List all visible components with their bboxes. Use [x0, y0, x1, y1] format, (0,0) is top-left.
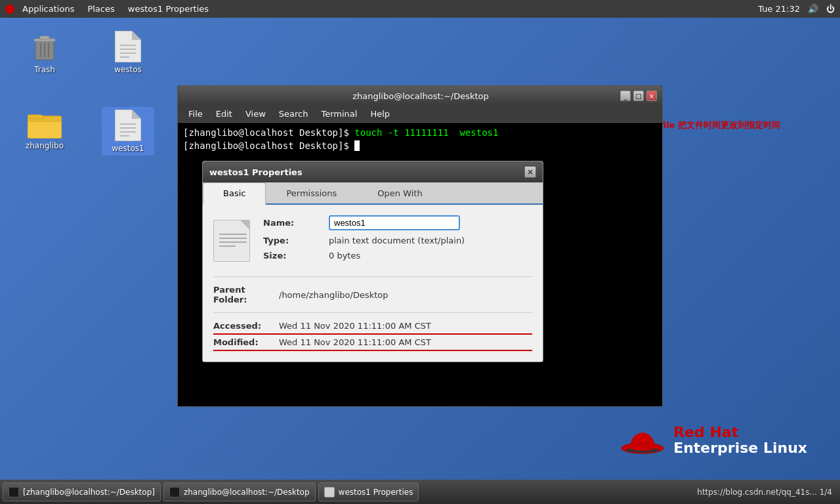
taskbar: [zhanglibo@localhost:~/Desktop] zhanglib…	[0, 480, 840, 504]
taskbar-url: https://blog.csdn.net/qq_41s... 1/4	[697, 488, 832, 497]
file-line-3	[219, 242, 247, 243]
name-field-row: Name:	[263, 215, 532, 230]
redhat-line1: Red Hat	[673, 425, 807, 440]
desktop-icon-westos1[interactable]: westos1	[102, 107, 154, 156]
modified-value: Wed 11 Nov 2020 11:11:00 AM CST	[279, 337, 431, 347]
zhanglibo-folder-icon	[28, 110, 62, 138]
westos-label: westos	[114, 65, 142, 74]
redhat-logo-container: Red Hat Enterprise Linux	[620, 421, 807, 460]
westos-file-icon	[115, 31, 141, 62]
svg-marker-15	[132, 110, 141, 119]
topbar-right: Tue 21:32 🔊 ⏻	[758, 4, 835, 14]
properties-titlebar: westos1 Properties ×	[203, 161, 543, 182]
window-title-menu[interactable]: westos1 Properties	[121, 0, 215, 18]
taskbar-term1-label: [zhanglibo@localhost:~/Desktop]	[23, 488, 155, 497]
places-menu[interactable]: Places	[81, 0, 121, 18]
name-input[interactable]	[329, 215, 460, 230]
properties-fields: Name: Type: plain text document (text/pl…	[263, 215, 532, 266]
terminal-titlebar: zhanglibo@localhost:~/Desktop _ □ ×	[178, 86, 662, 106]
type-field-row: Type: plain text document (text/plain)	[263, 236, 532, 245]
terminal-menubar: File Edit View Search Terminal Help	[178, 106, 662, 123]
redhat-line2: Enterprise Linux	[673, 440, 807, 456]
parent-value: /home/zhanglibo/Desktop	[279, 290, 388, 300]
taskbar-term2[interactable]: zhanglibo@localhost:~/Desktop	[163, 482, 316, 501]
modified-field-row: Modified: Wed 11 Nov 2020 11:11:00 AM CS…	[213, 337, 532, 351]
properties-file-icon	[213, 220, 250, 262]
terminal-close-btn[interactable]: ×	[646, 91, 657, 101]
type-value: plain text document (text/plain)	[329, 236, 465, 245]
svg-marker-14	[115, 110, 141, 141]
taskbar-right: https://blog.csdn.net/qq_41s... 1/4	[697, 488, 837, 497]
svg-marker-6	[115, 31, 141, 62]
taskbar-term2-label: zhanglibo@localhost:~/Desktop	[184, 488, 310, 497]
volume-icon[interactable]: 🔊	[808, 4, 818, 14]
taskbar-props-label: westos1 Properties	[339, 488, 413, 497]
redhat-icon	[5, 5, 14, 14]
topbar: Applications Places westos1 Properties T…	[0, 0, 840, 18]
properties-title: westos1 Properties	[209, 167, 303, 177]
westos1-file-icon	[115, 110, 141, 141]
terminal-window-buttons: _ □ ×	[619, 91, 657, 101]
properties-dialog: westos1 Properties × Basic Permissions O…	[202, 161, 543, 362]
parent-field-row: Parent Folder: /home/zhanglibo/Desktop	[213, 285, 532, 304]
desktop-icon-trash[interactable]: Trash	[18, 28, 71, 77]
type-label: Type:	[263, 236, 329, 245]
size-value: 0 bytes	[329, 251, 360, 261]
topbar-left: Applications Places westos1 Properties	[5, 0, 215, 18]
file-line-1	[219, 234, 247, 235]
properties-top: Name: Type: plain text document (text/pl…	[213, 215, 532, 266]
accessed-value: Wed 11 Nov 2020 11:11:00 AM CST	[279, 321, 431, 331]
svg-rect-2	[40, 36, 49, 39]
applications-menu[interactable]: Applications	[16, 0, 81, 18]
term-terminal-menu[interactable]: Terminal	[316, 108, 362, 120]
zhanglibo-label: zhanglibo	[26, 141, 64, 150]
term-line-1: [zhanglibo@localhost Desktop]$ touch -t …	[183, 127, 657, 140]
clock: Tue 21:32	[758, 4, 800, 14]
separator-2	[213, 312, 532, 313]
desktop: Trash westos zhanglibo	[0, 18, 840, 480]
parent-label: Parent Folder:	[213, 285, 279, 304]
file-icon-lines	[219, 234, 247, 249]
name-label: Name:	[263, 218, 329, 228]
accessed-label: Accessed:	[213, 321, 279, 331]
properties-content: Name: Type: plain text document (text/pl…	[203, 205, 543, 362]
redhat-text: Red Hat Enterprise Linux	[673, 425, 807, 456]
taskbar-term1[interactable]: [zhanglibo@localhost:~/Desktop]	[3, 482, 161, 501]
westos1-label: westos1	[112, 144, 144, 153]
terminal-maximize-btn[interactable]: □	[633, 91, 644, 101]
properties-close-btn[interactable]: ×	[524, 166, 536, 178]
taskbar-term1-icon	[9, 487, 19, 497]
size-label: Size:	[263, 251, 329, 261]
term-view-menu[interactable]: View	[240, 108, 271, 120]
taskbar-props-icon	[324, 487, 335, 497]
desktop-icon-westos[interactable]: westos	[102, 28, 154, 77]
modified-label: Modified:	[213, 337, 279, 347]
tab-open-with[interactable]: Open With	[357, 182, 442, 205]
term-line-2: [zhanglibo@localhost Desktop]$	[183, 140, 657, 153]
desktop-icon-zhanglibo[interactable]: zhanglibo	[18, 107, 71, 153]
properties-tabs: Basic Permissions Open With	[203, 182, 543, 205]
term-search-menu[interactable]: Search	[274, 108, 314, 120]
term-help-menu[interactable]: Help	[365, 108, 395, 120]
term-edit-menu[interactable]: Edit	[211, 108, 238, 120]
taskbar-props[interactable]: westos1 Properties	[318, 482, 419, 501]
file-line-4	[219, 245, 236, 247]
terminal-minimize-btn[interactable]: _	[620, 91, 631, 101]
accessed-field-row: Accessed: Wed 11 Nov 2020 11:11:00 AM CS…	[213, 321, 532, 335]
redhat-logo: Red Hat Enterprise Linux	[620, 421, 807, 460]
taskbar-term2-icon	[169, 487, 180, 497]
trash-label: Trash	[34, 65, 55, 74]
tab-basic[interactable]: Basic	[203, 182, 266, 205]
term-file-menu[interactable]: File	[183, 108, 208, 120]
trash-icon	[29, 31, 60, 62]
file-line-2	[219, 238, 247, 239]
redhat-hat-svg	[620, 421, 665, 460]
terminal-title: zhanglibo@localhost:~/Desktop	[222, 91, 619, 101]
size-field-row: Size: 0 bytes	[263, 251, 532, 261]
separator-1	[213, 276, 532, 277]
power-icon[interactable]: ⏻	[826, 4, 835, 14]
tab-permissions[interactable]: Permissions	[266, 182, 357, 205]
